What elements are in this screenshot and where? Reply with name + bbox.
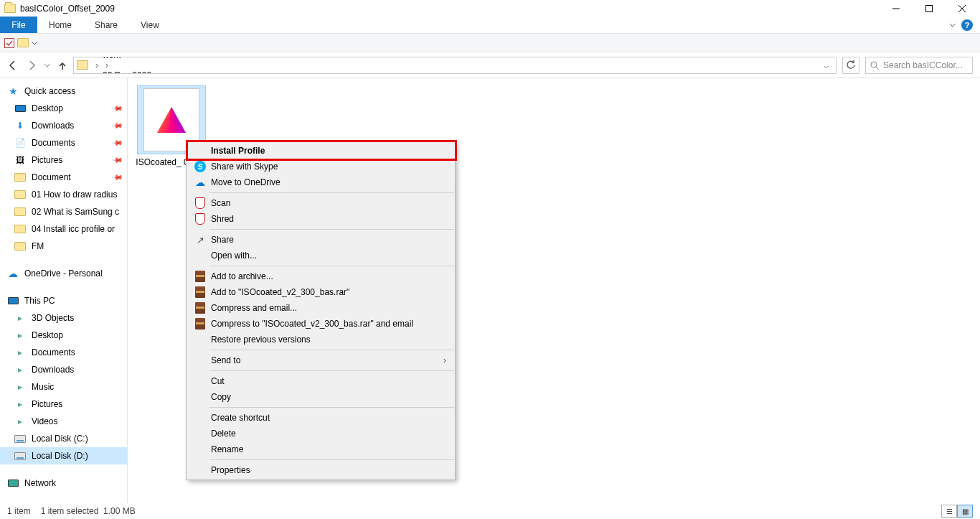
menu-separator: [209, 350, 454, 350]
network-header[interactable]: Network: [0, 474, 127, 492]
sidebar-item-label: Local Disk (D:): [32, 451, 88, 461]
sidebar-item-label: Desktop: [32, 330, 63, 340]
menu-item[interactable]: Create shortcut: [187, 410, 455, 426]
address-folder-icon: [77, 60, 88, 70]
breadcrumb-segment[interactable]: work: [103, 57, 237, 60]
sidebar-item[interactable]: FM: [0, 238, 127, 255]
sidebar-item[interactable]: 02 What is SamSung c: [0, 203, 127, 220]
sidebar-item[interactable]: ▸3D Objects: [0, 309, 127, 327]
history-dropdown-icon[interactable]: [44, 62, 50, 68]
menu-item[interactable]: ↗Share: [187, 232, 455, 248]
search-box[interactable]: Search basICColor...: [865, 57, 973, 74]
sidebar-item-label: Pictures: [32, 399, 62, 409]
ribbon-tabs: File Home Share View ?: [0, 17, 980, 34]
menu-item-label: Scan: [211, 198, 446, 208]
menu-item[interactable]: ☁Move to OneDrive: [187, 174, 455, 190]
menu-item[interactable]: Scan: [187, 195, 455, 211]
navigation-pane: ★Quick access Desktop📌⬇Downloads📌📄Docume…: [0, 78, 128, 503]
ribbon-collapse-icon[interactable]: [950, 22, 956, 28]
skype-icon: S: [192, 161, 208, 172]
onedrive-header[interactable]: ☁OneDrive - Personal: [0, 265, 127, 282]
tab-share[interactable]: Share: [83, 17, 129, 33]
sidebar-item-label: 01 How to draw radius: [32, 190, 117, 200]
sidebar-item[interactable]: Local Disk (D:): [0, 447, 127, 464]
context-menu: Install ProfileSShare with Skype☁Move to…: [186, 141, 456, 480]
sidebar-item[interactable]: Document📌: [0, 169, 127, 186]
menu-item-label: Add to "ISOcoated_v2_300_bas.rar": [211, 287, 446, 297]
sidebar-item[interactable]: ▸Desktop: [0, 327, 127, 344]
menu-item[interactable]: Add to "ISOcoated_v2_300_bas.rar": [187, 284, 455, 300]
menu-item[interactable]: SShare with Skype: [187, 159, 455, 174]
breadcrumb-segment[interactable]: 03 Dec 2022: [103, 70, 237, 74]
sidebar-item[interactable]: ▸Music: [0, 378, 127, 396]
minimize-button[interactable]: [880, 0, 913, 17]
sidebar-item[interactable]: ⬇Downloads📌: [0, 117, 127, 134]
chevron-right-icon[interactable]: ›: [93, 60, 101, 70]
sidebar-item-label: 04 Install icc profile or: [32, 224, 115, 234]
folder-icon: [4, 4, 16, 13]
menu-separator: [209, 407, 454, 408]
menu-item[interactable]: Open with...: [187, 248, 455, 263]
cloud-icon: ☁: [7, 268, 19, 279]
folder-icon: ▸: [14, 398, 26, 410]
menu-item-label: Create shortcut: [211, 413, 446, 423]
fold-icon: [14, 206, 26, 218]
menu-item[interactable]: Add to archive...: [187, 268, 455, 284]
menu-item[interactable]: Compress to "ISOcoated_v2_300_bas.rar" a…: [187, 316, 455, 332]
details-view-button[interactable]: ☰: [941, 505, 957, 518]
menu-item-label: Install Profile: [211, 146, 446, 156]
pin-icon: 📌: [111, 136, 124, 149]
sidebar-item[interactable]: ▸Videos: [0, 413, 127, 430]
sidebar-item[interactable]: Desktop📌: [0, 100, 127, 117]
address-dropdown-icon[interactable]: ⌵: [819, 60, 833, 70]
qat-more-icon[interactable]: [32, 40, 37, 46]
sidebar-item[interactable]: 01 How to draw radius: [0, 186, 127, 203]
sidebar-item[interactable]: 04 Install icc profile or: [0, 220, 127, 238]
tab-file[interactable]: File: [0, 17, 37, 33]
menu-item[interactable]: Delete: [187, 426, 455, 441]
refresh-button[interactable]: [842, 57, 859, 74]
menu-item[interactable]: Compress and email...: [187, 300, 455, 316]
maximize-button[interactable]: [913, 0, 946, 17]
menu-item[interactable]: Properties: [187, 462, 455, 478]
menu-item[interactable]: Install Profile: [187, 143, 455, 159]
sidebar-item[interactable]: Local Disk (C:): [0, 430, 127, 447]
menu-item[interactable]: Send to›: [187, 352, 455, 368]
help-icon[interactable]: ?: [961, 19, 973, 31]
chevron-right-icon[interactable]: ›: [103, 60, 111, 70]
sidebar-item-label: 3D Objects: [32, 313, 74, 323]
address-bar[interactable]: › This PC›Local Disk (D:)›FM›work›03 Dec…: [73, 57, 837, 74]
menu-item-label: Copy: [211, 392, 446, 402]
forward-button[interactable]: [26, 60, 37, 71]
menu-item[interactable]: Copy: [187, 389, 455, 405]
up-button[interactable]: [57, 60, 67, 70]
menu-item[interactable]: Rename: [187, 441, 455, 457]
menu-separator: [209, 459, 454, 460]
sidebar-item-label: Desktop: [32, 103, 63, 113]
sidebar-item[interactable]: 🖼Pictures📌: [0, 151, 127, 169]
back-button[interactable]: [7, 60, 19, 71]
pic-icon: 🖼: [14, 154, 26, 166]
close-button[interactable]: [946, 0, 979, 17]
sidebar-item[interactable]: ▸Pictures: [0, 396, 127, 413]
sidebar-item[interactable]: ▸Downloads: [0, 361, 127, 378]
icons-view-button[interactable]: ▦: [957, 505, 973, 518]
tab-home[interactable]: Home: [37, 17, 83, 33]
menu-item[interactable]: Restore previous versions: [187, 332, 455, 347]
folder-icon: ▸: [14, 381, 26, 393]
qat-check-icon[interactable]: [4, 38, 14, 48]
svg-point-6: [871, 62, 877, 67]
icc-profile-icon: [157, 107, 186, 133]
menu-item[interactable]: Shred: [187, 211, 455, 227]
this-pc-header[interactable]: This PC: [0, 292, 127, 309]
qat-folder-icon[interactable]: [17, 38, 29, 47]
cloud-icon: ☁: [192, 177, 208, 188]
quick-access-header[interactable]: ★Quick access: [0, 83, 127, 100]
mcafee-icon: [192, 197, 208, 209]
sidebar-item-label: Document: [32, 172, 71, 182]
sidebar-item[interactable]: 📄Documents📌: [0, 134, 127, 151]
menu-item[interactable]: Cut: [187, 373, 455, 389]
sidebar-item[interactable]: ▸Documents: [0, 344, 127, 361]
tab-view[interactable]: View: [129, 17, 171, 33]
folder-icon: ▸: [14, 416, 26, 427]
